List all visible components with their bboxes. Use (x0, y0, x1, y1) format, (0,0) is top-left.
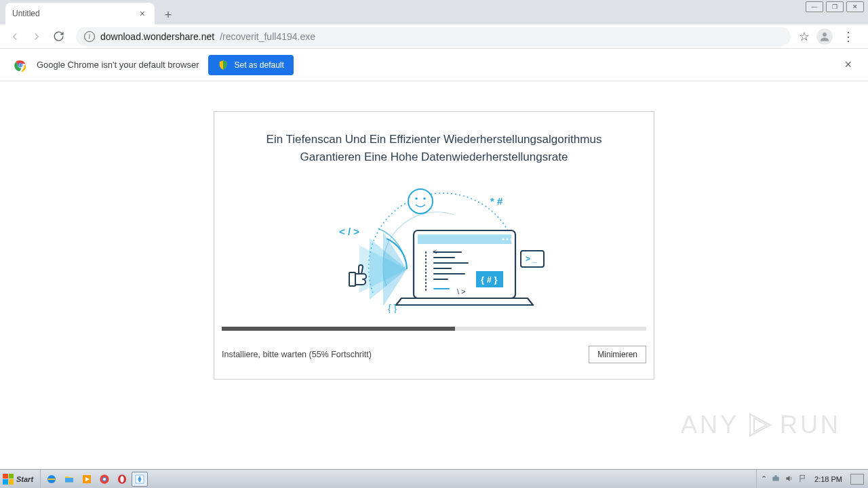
svg-rect-10 (418, 235, 511, 244)
default-browser-infobar: Google Chrome isn't your default browser… (0, 49, 868, 81)
svg-point-11 (502, 239, 505, 241)
svg-rect-8 (349, 272, 355, 286)
taskbar-clock[interactable]: 2:18 PM (812, 475, 845, 483)
svg-point-40 (120, 476, 123, 482)
windows-logo-icon (3, 474, 14, 485)
svg-point-13 (511, 239, 513, 241)
anyrun-watermark: ANY RUN (681, 411, 841, 439)
browser-tab[interactable]: Untitled × (5, 3, 155, 24)
taskbar-opera-icon[interactable] (114, 472, 130, 487)
close-window-button[interactable]: ✕ (846, 1, 864, 12)
installer-illustration: < { # } \ > > _ < / > * # { } (319, 178, 549, 313)
svg-rect-42 (772, 476, 778, 481)
svg-point-0 (823, 33, 827, 37)
svg-point-7 (423, 197, 426, 200)
page-content: Ein Tiefenscan Und Ein Effizienter Wiede… (0, 81, 868, 472)
back-button[interactable] (5, 27, 24, 46)
taskbar-explorer-icon[interactable] (61, 472, 77, 487)
windows-taskbar: Start ⌃ 2:18 PM (0, 469, 868, 488)
tab-strip: Untitled × + — ❐ ✕ (0, 0, 868, 24)
minimize-installer-button[interactable]: Minimieren (589, 346, 646, 363)
svg-point-6 (415, 197, 418, 200)
installer-heading: Ein Tiefenscan Und Ein Effizienter Wiede… (244, 131, 624, 165)
svg-text:<: < (433, 247, 437, 256)
svg-point-5 (408, 189, 433, 214)
install-status-text: Installiere, bitte warten (55% Fortschri… (222, 350, 372, 359)
svg-text:> _: > _ (526, 254, 537, 264)
shield-icon (218, 60, 229, 70)
tray-volume-icon[interactable] (785, 474, 794, 485)
maximize-window-button[interactable]: ❐ (826, 1, 844, 12)
system-tray: ⌃ 2:18 PM (756, 470, 868, 488)
tray-network-icon[interactable] (771, 474, 781, 485)
svg-point-12 (507, 239, 509, 241)
url-host: download.wondershare.net (100, 31, 214, 42)
svg-text:{ # }: { # } (481, 274, 498, 285)
set-default-label: Set as default (234, 60, 283, 70)
tray-expand-icon[interactable]: ⌃ (761, 474, 767, 483)
close-tab-icon[interactable]: × (137, 8, 148, 19)
svg-marker-32 (754, 418, 766, 432)
browser-toolbar: i download.wondershare.net/recoverit_ful… (0, 24, 868, 49)
taskbar-ie-icon[interactable] (43, 472, 60, 487)
taskbar-installer-icon[interactable] (132, 472, 148, 487)
svg-point-38 (103, 478, 106, 481)
url-path: /recoverit_full4194.exe (220, 31, 315, 42)
window-controls: — ❐ ✕ (806, 1, 864, 12)
taskbar-chrome-icon[interactable] (96, 472, 113, 487)
bookmark-star-icon[interactable]: ☆ (799, 29, 810, 44)
chrome-menu-icon[interactable]: ⋮ (840, 29, 857, 44)
svg-rect-43 (774, 475, 777, 476)
start-button[interactable]: Start (0, 470, 41, 488)
chrome-logo-icon (14, 58, 27, 72)
show-desktop-button[interactable] (850, 474, 864, 485)
new-tab-button[interactable]: + (159, 5, 178, 24)
address-bar[interactable]: i download.wondershare.net/recoverit_ful… (76, 27, 791, 46)
progress-fill (222, 327, 455, 331)
progress-bar (222, 327, 646, 331)
svg-text:< / >: < / > (339, 226, 359, 237)
svg-text:{  }: { } (388, 303, 397, 313)
set-default-button[interactable]: Set as default (208, 55, 293, 75)
taskbar-media-icon[interactable] (79, 472, 95, 487)
site-info-icon[interactable]: i (84, 31, 95, 42)
svg-point-4 (19, 64, 21, 66)
profile-avatar[interactable] (816, 28, 833, 45)
tab-title: Untitled (12, 9, 137, 18)
svg-text:\ >: \ > (457, 287, 466, 296)
svg-text:* #: * # (490, 195, 503, 207)
infobar-message: Google Chrome isn't your default browser (37, 60, 199, 70)
forward-button[interactable] (27, 27, 46, 46)
installer-dialog: Ein Tiefenscan Und Ein Effizienter Wiede… (214, 111, 654, 380)
svg-marker-31 (750, 414, 770, 436)
minimize-window-button[interactable]: — (806, 1, 823, 12)
infobar-close-icon[interactable]: × (842, 55, 854, 75)
tray-flag-icon[interactable] (798, 474, 808, 485)
reload-button[interactable] (49, 27, 68, 46)
